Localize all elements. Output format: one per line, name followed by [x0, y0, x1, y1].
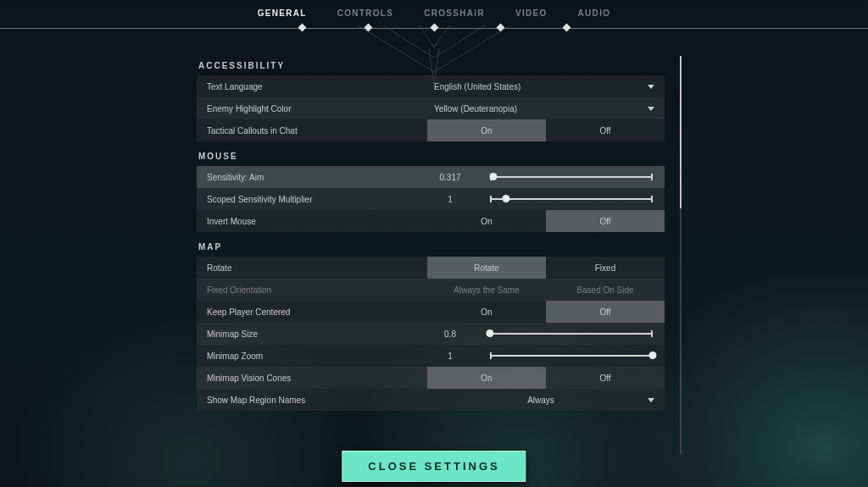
slider-scoped-sens[interactable] — [490, 193, 653, 205]
chevron-down-icon — [648, 107, 654, 111]
toggle-keep-centered: On Off — [427, 301, 665, 323]
label-keep-centered: Keep Player Centered — [197, 307, 427, 317]
toggle-invert-mouse: On Off — [427, 210, 665, 232]
row-fixed-orientation: Fixed Orientation Always the Same Based … — [197, 279, 665, 301]
toggle-on[interactable]: On — [427, 210, 546, 232]
toggle-vision-cones: On Off — [427, 367, 665, 389]
row-enemy-color: Enemy Highlight Color Yellow (Deuteranop… — [197, 97, 665, 119]
row-minimap-zoom: Minimap Zoom 1 — [197, 345, 665, 367]
value-scoped-sens[interactable]: 1 — [427, 195, 473, 204]
dropdown-value: English (United States) — [434, 82, 520, 91]
row-tactical-callouts: Tactical Callouts in Chat On Off — [197, 119, 665, 141]
toggle-off[interactable]: Off — [546, 367, 665, 389]
toggle-fixed-orientation: Always the Same Based On Side — [427, 279, 665, 301]
label-rotate: Rotate — [197, 263, 427, 273]
tab-rail — [0, 21, 868, 35]
row-invert-mouse: Invert Mouse On Off — [197, 210, 665, 232]
dropdown-region-names[interactable]: Always — [427, 389, 665, 411]
label-enemy-color: Enemy Highlight Color — [197, 104, 427, 113]
label-fixed-orientation: Fixed Orientation — [197, 285, 427, 295]
slider-minimap-size[interactable] — [490, 328, 653, 340]
toggle-tactical-callouts: On Off — [427, 119, 665, 141]
settings-tabs: GENERAL CONTROLS CROSSHAIR VIDEO AUDIO — [0, 0, 868, 18]
row-keep-centered: Keep Player Centered On Off — [197, 301, 665, 323]
tab-controls[interactable]: CONTROLS — [337, 8, 394, 18]
scrollbar-thumb[interactable] — [680, 56, 682, 208]
option-fixed[interactable]: Fixed — [546, 257, 665, 279]
toggle-off[interactable]: Off — [546, 301, 665, 323]
label-scoped-sens: Scoped Sensitivity Multiplier — [197, 195, 427, 204]
settings-panel: ACCESSIBILITY Text Language English (Uni… — [197, 56, 665, 454]
value-minimap-size[interactable]: 0.8 — [427, 329, 473, 339]
label-vision-cones: Minimap Vision Cones — [197, 374, 427, 383]
tab-audio[interactable]: AUDIO — [578, 8, 611, 18]
value-sensitivity[interactable]: 0.317 — [427, 173, 473, 182]
tab-general[interactable]: GENERAL — [258, 8, 307, 18]
option-always-same: Always the Same — [427, 279, 546, 301]
toggle-on[interactable]: On — [427, 301, 546, 323]
label-sensitivity: Sensitivity: Aim — [197, 173, 427, 182]
slider-minimap-zoom[interactable] — [490, 350, 653, 362]
label-tactical-callouts: Tactical Callouts in Chat — [197, 126, 427, 136]
close-settings-button[interactable]: CLOSE SETTINGS — [342, 451, 526, 482]
option-rotate[interactable]: Rotate — [427, 257, 546, 279]
label-minimap-zoom: Minimap Zoom — [197, 351, 427, 361]
toggle-off[interactable]: Off — [546, 119, 665, 141]
section-accessibility: ACCESSIBILITY Text Language English (Uni… — [197, 61, 665, 141]
row-rotate: Rotate Rotate Fixed — [197, 257, 665, 279]
row-sensitivity: Sensitivity: Aim 0.317 — [197, 166, 665, 188]
dropdown-value: Always — [434, 396, 648, 405]
dropdown-text-language[interactable]: English (United States) — [427, 75, 665, 97]
tab-video[interactable]: VIDEO — [515, 8, 548, 18]
dropdown-value: Yellow (Deuteranopia) — [434, 104, 517, 113]
section-mouse: MOUSE Sensitivity: Aim 0.317 Scoped Sens… — [197, 152, 665, 232]
dropdown-enemy-color[interactable]: Yellow (Deuteranopia) — [427, 97, 665, 119]
row-scoped-sens: Scoped Sensitivity Multiplier 1 — [197, 188, 665, 210]
chevron-down-icon — [648, 398, 654, 402]
section-title-map: MAP — [198, 242, 665, 252]
row-vision-cones: Minimap Vision Cones On Off — [197, 367, 665, 389]
section-map: MAP Rotate Rotate Fixed Fixed Orientatio… — [197, 242, 665, 411]
label-minimap-size: Minimap Size — [197, 329, 427, 339]
section-title-accessibility: ACCESSIBILITY — [198, 61, 665, 70]
row-text-language: Text Language English (United States) — [197, 75, 665, 97]
slider-sensitivity[interactable] — [490, 171, 653, 183]
tab-crosshair[interactable]: CROSSHAIR — [424, 8, 485, 18]
row-region-names: Show Map Region Names Always — [197, 389, 665, 411]
label-region-names: Show Map Region Names — [197, 396, 427, 405]
label-invert-mouse: Invert Mouse — [197, 217, 427, 226]
toggle-on[interactable]: On — [427, 119, 546, 141]
section-title-mouse: MOUSE — [198, 152, 665, 161]
toggle-rotate: Rotate Fixed — [427, 257, 665, 279]
toggle-on[interactable]: On — [427, 367, 546, 389]
toggle-off[interactable]: Off — [546, 210, 665, 232]
option-based-on-side: Based On Side — [546, 279, 665, 301]
value-minimap-zoom[interactable]: 1 — [427, 351, 473, 361]
chevron-down-icon — [648, 85, 654, 89]
label-text-language: Text Language — [197, 82, 427, 91]
row-minimap-size: Minimap Size 0.8 — [197, 323, 665, 345]
